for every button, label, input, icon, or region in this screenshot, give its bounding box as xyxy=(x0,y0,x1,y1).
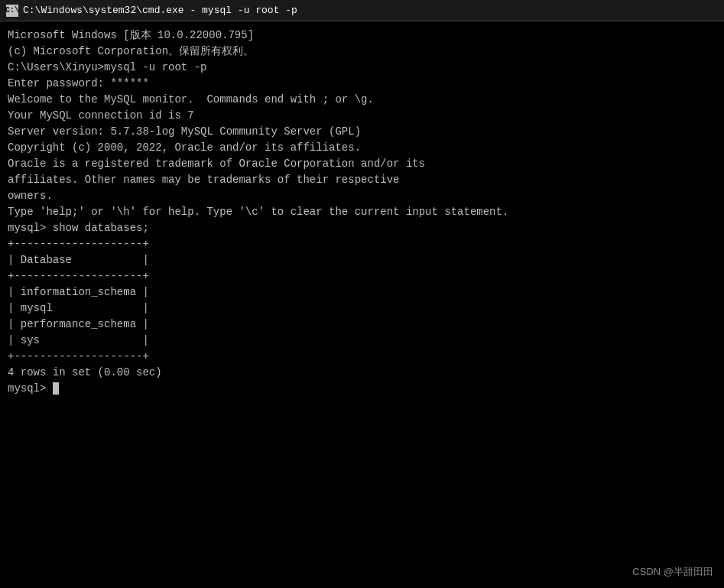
terminal-line: | Database | xyxy=(8,252,716,268)
terminal-line: | information_schema | xyxy=(8,284,716,300)
terminal-line: Your MySQL connection id is 7 xyxy=(8,108,716,124)
terminal-line: +--------------------+ xyxy=(8,268,716,284)
terminal-line: Server version: 5.7.38-log MySQL Communi… xyxy=(8,124,716,140)
title-bar: C:\ C:\Windows\system32\cmd.exe - mysql … xyxy=(0,0,724,21)
cmd-icon: C:\ xyxy=(6,5,18,17)
terminal-line: affiliates. Other names may be trademark… xyxy=(8,172,716,188)
terminal-line: Oracle is a registered trademark of Orac… xyxy=(8,156,716,172)
terminal-line: | sys | xyxy=(8,333,716,349)
terminal-line: C:\Users\Xinyu>mysql -u root -p xyxy=(8,60,716,76)
terminal-body[interactable]: Microsoft Windows [版本 10.0.22000.795](c)… xyxy=(0,21,724,588)
terminal-line: Enter password: ****** xyxy=(8,76,716,92)
terminal-line: Copyright (c) 2000, 2022, Oracle and/or … xyxy=(8,140,716,156)
terminal-line: mysql> xyxy=(8,381,716,397)
terminal-line: owners. xyxy=(8,188,716,204)
terminal-line: (c) Microsoft Corporation。保留所有权利。 xyxy=(8,44,716,60)
watermark: CSDN @半甜田田 xyxy=(632,564,713,580)
terminal-line: 4 rows in set (0.00 sec) xyxy=(8,365,716,381)
terminal-line: Welcome to the MySQL monitor. Commands e… xyxy=(8,92,716,108)
terminal-line: +--------------------+ xyxy=(8,236,716,252)
terminal-output: Microsoft Windows [版本 10.0.22000.795](c)… xyxy=(8,28,716,397)
cursor xyxy=(53,382,59,395)
title-bar-text: C:\Windows\system32\cmd.exe - mysql -u r… xyxy=(23,5,297,16)
terminal-line: Type 'help;' or '\h' for help. Type '\c'… xyxy=(8,204,716,220)
terminal-line: Microsoft Windows [版本 10.0.22000.795] xyxy=(8,28,716,44)
terminal-line: | performance_schema | xyxy=(8,317,716,333)
terminal-line: +--------------------+ xyxy=(8,349,716,365)
terminal-line: | mysql | xyxy=(8,300,716,317)
terminal-line: mysql> show databases; xyxy=(8,220,716,236)
